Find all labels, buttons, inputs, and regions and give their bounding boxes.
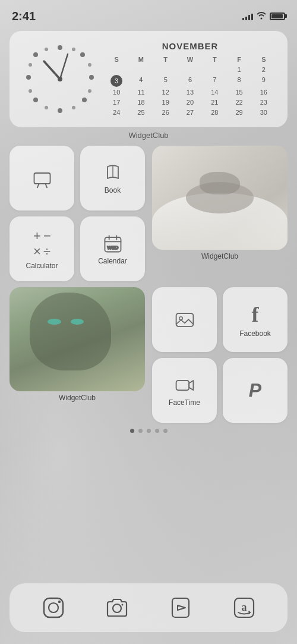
svg-point-35 <box>121 604 123 606</box>
widgetclub-label-right: WidgetClub <box>152 252 287 260</box>
facetime-app[interactable]: FaceTime <box>152 358 217 423</box>
svg-point-34 <box>113 604 121 612</box>
cal-cell: 15 <box>227 87 251 97</box>
cal-cell: 30 <box>252 108 276 117</box>
camera-icon <box>104 595 130 621</box>
photos-icon <box>174 309 195 331</box>
tv-remote-icon <box>168 595 194 621</box>
cal-cell <box>129 65 153 74</box>
cal-cell: 6 <box>178 75 202 87</box>
status-time: 2:41 <box>12 10 36 23</box>
facebook-icon: f <box>252 302 259 327</box>
svg-point-9 <box>88 63 91 67</box>
svg-point-5 <box>33 98 38 102</box>
facebook-label: Facebook <box>239 329 271 338</box>
cal-cell: 8 <box>227 75 251 87</box>
instagram-icon <box>40 595 67 621</box>
cal-cell <box>178 65 202 74</box>
facebook-app[interactable]: f Facebook <box>223 287 287 352</box>
calendar-label: Calendar <box>98 257 127 265</box>
book-label: Book <box>105 186 121 194</box>
photos-app[interactable] <box>152 287 217 352</box>
calendar-widget: NOVEMBER S M T W T F S 1 <box>105 41 276 117</box>
svg-point-8 <box>72 48 75 51</box>
paytm-icon: P <box>249 379 261 401</box>
calendar-icon: WED <box>102 233 124 255</box>
cal-cell: 5 <box>154 75 178 87</box>
cal-cell: 20 <box>178 98 202 107</box>
svg-point-3 <box>82 98 87 102</box>
cal-today: 3 <box>110 75 122 87</box>
svg-point-32 <box>49 603 58 612</box>
cal-cell: 4 <box>129 75 153 87</box>
cal-header-w: W <box>178 55 202 64</box>
cal-cell: 2 <box>252 65 276 74</box>
svg-text:WED: WED <box>107 245 118 250</box>
page-dot-1 <box>130 429 134 433</box>
status-icons <box>242 11 285 21</box>
cal-cell: 28 <box>203 108 226 117</box>
svg-line-17 <box>60 54 68 79</box>
calculator-icon: + −× ÷ <box>33 228 50 259</box>
cal-header-t2: T <box>203 55 226 64</box>
svg-point-4 <box>58 108 62 113</box>
cal-cell <box>154 65 178 74</box>
cal-cell: 21 <box>203 98 226 107</box>
book-app[interactable]: Book <box>80 146 145 211</box>
svg-line-21 <box>45 184 47 187</box>
amazon-dock-icon[interactable]: a <box>227 590 261 625</box>
cal-cell: 27 <box>178 108 202 117</box>
cal-cell: 25 <box>129 108 153 117</box>
cal-header-s1: S <box>105 55 128 64</box>
svg-point-6 <box>26 75 31 80</box>
tv-app[interactable] <box>10 146 74 211</box>
cal-header-s2: S <box>252 55 276 64</box>
facetime-label: FaceTime <box>169 398 200 407</box>
svg-point-18 <box>58 77 62 81</box>
svg-text:a: a <box>241 601 247 613</box>
svg-point-15 <box>45 48 48 51</box>
svg-point-33 <box>58 601 60 603</box>
svg-point-10 <box>88 89 91 93</box>
amazon-icon: a <box>231 595 257 621</box>
cal-header-m: M <box>129 55 153 64</box>
widgetclub-label-left2: WidgetClub <box>10 394 145 402</box>
status-bar: 2:41 <box>0 0 297 26</box>
cal-cell: 22 <box>227 98 251 107</box>
widgetclub-label-top: WidgetClub <box>10 131 287 140</box>
dock: a <box>10 583 287 632</box>
calendar-app[interactable]: WED Calendar <box>80 216 145 281</box>
cal-header-t1: T <box>154 55 178 64</box>
cal-cell: 18 <box>129 98 153 107</box>
cal-cell: 19 <box>154 98 178 107</box>
svg-line-16 <box>44 61 60 79</box>
tv-remote-dock-icon[interactable] <box>163 590 198 625</box>
cal-header-f: F <box>227 55 251 64</box>
paytm-app[interactable]: P <box>223 358 287 423</box>
svg-point-11 <box>72 106 75 109</box>
calculator-app[interactable]: + −× ÷ Calculator <box>10 216 74 281</box>
cal-cell: 1 <box>227 65 251 74</box>
wifi-icon <box>256 11 267 21</box>
svg-rect-19 <box>34 173 50 184</box>
battery-icon <box>270 12 285 20</box>
calendar-month: NOVEMBER <box>105 41 276 51</box>
svg-point-13 <box>29 89 32 93</box>
cat-looking-photo <box>10 287 145 391</box>
camera-dock-icon[interactable] <box>100 590 134 625</box>
svg-rect-28 <box>176 313 193 326</box>
svg-point-7 <box>33 52 38 57</box>
book-icon <box>102 162 124 184</box>
facetime-icon <box>174 375 195 396</box>
page-dots <box>0 429 297 433</box>
calendar-grid: S M T W T F S 1 2 3 4 <box>105 55 276 117</box>
cal-cell: 26 <box>154 108 178 117</box>
svg-line-20 <box>37 184 39 187</box>
cal-cell: 14 <box>203 87 226 97</box>
instagram-dock-icon[interactable] <box>36 590 71 625</box>
cal-cell: 17 <box>105 98 128 107</box>
svg-point-1 <box>80 52 85 57</box>
svg-point-14 <box>29 63 32 67</box>
cal-cell: 16 <box>252 87 276 97</box>
cal-cell <box>105 65 128 74</box>
